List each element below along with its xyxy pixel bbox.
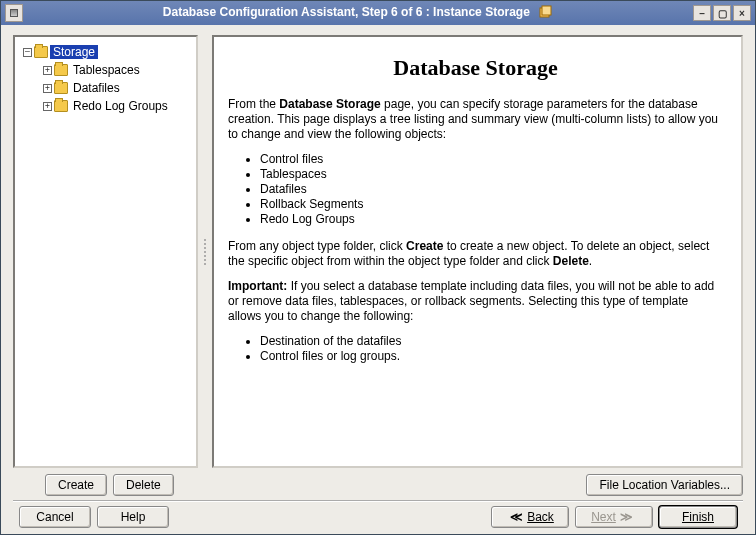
close-button[interactable]: × (733, 5, 751, 21)
create-button[interactable]: Create (45, 474, 107, 496)
expand-icon[interactable]: + (43, 84, 52, 93)
wizard-button-row: Cancel Help ≪Back Next≫ Finish (13, 500, 743, 528)
chevron-right-icon: ≫ (616, 510, 637, 524)
folder-icon (54, 100, 68, 112)
page-heading: Database Storage (228, 55, 723, 81)
next-button: Next≫ (575, 506, 653, 528)
system-menu-icon[interactable] (5, 4, 23, 22)
list-item: Control files or log groups. (260, 349, 723, 364)
list-item: Rollback Segments (260, 197, 723, 212)
splitter-handle[interactable] (202, 35, 208, 468)
collapse-icon[interactable]: – (23, 48, 32, 57)
tree-item-redologgroups[interactable]: + Redo Log Groups (19, 97, 192, 115)
file-location-variables-button[interactable]: File Location Variables... (586, 474, 743, 496)
content-panel: Database Storage From the Database Stora… (212, 35, 743, 468)
chevron-left-icon: ≪ (506, 510, 527, 524)
storage-tree: – Storage + Tablespaces + Datafiles + (19, 43, 192, 115)
main-row: – Storage + Tablespaces + Datafiles + (13, 35, 743, 468)
list-item: Redo Log Groups (260, 212, 723, 227)
window-title: Database Configuration Assistant, Step 6… (27, 5, 689, 21)
maximize-button[interactable]: ▢ (713, 5, 731, 21)
tree-root-storage[interactable]: – Storage (19, 43, 192, 61)
expand-icon[interactable]: + (43, 66, 52, 75)
window-controls: – ▢ × (693, 5, 751, 21)
minimize-button[interactable]: – (693, 5, 711, 21)
folder-icon (34, 46, 48, 58)
tree-item-tablespaces[interactable]: + Tablespaces (19, 61, 192, 79)
list-item: Datafiles (260, 182, 723, 197)
create-delete-paragraph: From any object type folder, click Creat… (228, 239, 723, 269)
expand-icon[interactable]: + (43, 102, 52, 111)
help-button[interactable]: Help (97, 506, 169, 528)
intro-paragraph: From the Database Storage page, you can … (228, 97, 723, 142)
tree-item-datafiles[interactable]: + Datafiles (19, 79, 192, 97)
template-change-list: Destination of the datafiles Control fil… (228, 334, 723, 364)
folder-icon (54, 82, 68, 94)
mid-button-row: Create Delete File Location Variables... (13, 468, 743, 500)
tree-item-label: Datafiles (70, 81, 123, 95)
tree-item-label: Tablespaces (70, 63, 143, 77)
folder-icon (54, 64, 68, 76)
stack-icon (537, 5, 553, 21)
tree-panel[interactable]: – Storage + Tablespaces + Datafiles + (13, 35, 198, 468)
tree-item-label: Redo Log Groups (70, 99, 171, 113)
list-item: Tablespaces (260, 167, 723, 182)
list-item: Control files (260, 152, 723, 167)
list-item: Destination of the datafiles (260, 334, 723, 349)
tree-root-label: Storage (50, 45, 98, 59)
window-title-text: Database Configuration Assistant, Step 6… (163, 5, 530, 19)
client-area: – Storage + Tablespaces + Datafiles + (1, 25, 755, 534)
object-list: Control files Tablespaces Datafiles Roll… (228, 152, 723, 227)
finish-button[interactable]: Finish (659, 506, 737, 528)
important-paragraph: Important: If you select a database temp… (228, 279, 723, 324)
svg-rect-1 (542, 6, 551, 15)
delete-button[interactable]: Delete (113, 474, 174, 496)
window-titlebar: Database Configuration Assistant, Step 6… (1, 1, 755, 25)
back-button[interactable]: ≪Back (491, 506, 569, 528)
cancel-button[interactable]: Cancel (19, 506, 91, 528)
